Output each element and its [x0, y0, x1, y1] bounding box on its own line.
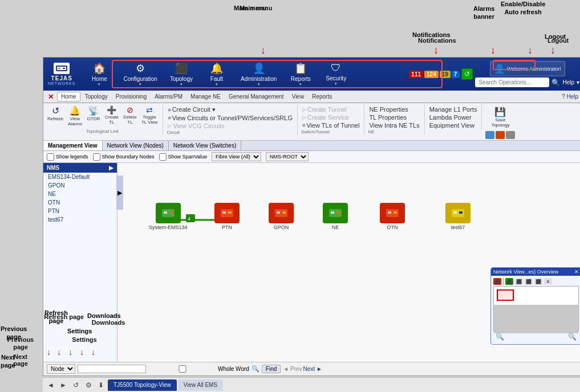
ems134-icon [156, 203, 181, 223]
overview-gray-area [494, 305, 578, 333]
test67-label: test67 [451, 224, 465, 230]
browser-tab-tj5500[interactable]: TJ5500 Topology-View [108, 379, 177, 391]
view-intra-ne-btn[interactable]: View Intra NE TLs [368, 121, 420, 129]
show-boundary-check[interactable] [93, 153, 100, 161]
sidebar-item-gpon[interactable]: GPON [43, 181, 117, 190]
equipment-view-btn[interactable]: Equipment View [428, 121, 478, 129]
sidebar-item-ne[interactable]: NE [43, 190, 117, 198]
next-button[interactable]: Next ► [303, 366, 322, 372]
browser-refresh-button[interactable]: ↺ [70, 380, 82, 390]
sidebar-item-otn[interactable]: OTN [43, 198, 117, 207]
nav-config-label: Configuration [123, 76, 157, 82]
delete-tl-button[interactable]: ⊘ DeleteTL [121, 104, 139, 128]
nav-topology[interactable]: ⬛ Topology ▾ [164, 60, 198, 89]
create-circuit-btn[interactable]: ≡ Create Circuit ▾ [167, 105, 294, 114]
svg-rect-10 [169, 211, 173, 214]
close-icon[interactable]: ✕ [46, 93, 56, 101]
node-ptn[interactable]: PTN [214, 203, 240, 230]
node-ne[interactable]: NE [323, 203, 348, 230]
extra-icon-2[interactable] [496, 131, 505, 139]
browser-back-button[interactable]: ◄ [45, 380, 56, 390]
browser-tab-viewall[interactable]: View All EMS [178, 379, 223, 391]
show-span-label[interactable]: Show SpanValue [159, 153, 207, 161]
second-bar-view[interactable]: View [289, 92, 308, 101]
show-legends-check[interactable] [47, 153, 54, 161]
toggle-tl-button[interactable]: ⇄ ToggleTL View [140, 104, 159, 128]
filter-bar: Show legends Show Boundary Nodes Show Sp… [43, 151, 580, 163]
lambda-power-btn[interactable]: Lambda Power [428, 113, 478, 121]
browser-settings-button[interactable]: ⚙ [83, 380, 94, 390]
nav-administration[interactable]: 👤 Administration ▾ [235, 60, 282, 89]
bottom-select[interactable]: Node [47, 364, 75, 374]
fibre-view-select[interactable]: Fibre View (All) [212, 152, 261, 161]
ems134-label: System-EMS134 [149, 224, 188, 230]
show-boundary-label[interactable]: Show Boundary Nodes [93, 153, 155, 161]
manage-l1-btn[interactable]: Manage L1 Ports [428, 105, 478, 113]
home-icon: 🏠 [93, 62, 106, 75]
sidebar-item-test67[interactable]: test67 [43, 215, 117, 224]
help-button[interactable]: Help [562, 79, 574, 85]
nav-fault[interactable]: 🔔 Fault ▾ [200, 60, 234, 89]
extra-icon-1[interactable] [485, 131, 494, 139]
welcome-button[interactable]: 👤 Welcome Administrator! [490, 61, 565, 76]
nav-reports[interactable]: 📋 Reports ▾ [283, 60, 318, 89]
show-legends-label[interactable]: Show legends [47, 153, 88, 161]
node-system-ems134[interactable]: System-EMS134 [149, 203, 188, 230]
second-bar-provisioning[interactable]: Provisioning [112, 92, 150, 101]
sidebar-expander[interactable]: ▶ [116, 175, 123, 210]
extra-icon-3[interactable] [506, 131, 515, 139]
nav-home[interactable]: 🏠 Home ▾ [82, 60, 116, 89]
ne-properties-btn[interactable]: NE Properties [368, 105, 420, 113]
view-circuits-btn[interactable]: ≡ View Circuits or Tunnel/PW/Services/SR… [167, 114, 294, 122]
otdr-button[interactable]: 📡 OTDR [85, 104, 102, 128]
find-button[interactable]: Find [262, 365, 281, 373]
node-gpon[interactable]: GPON [269, 203, 294, 230]
auto-refresh-button[interactable]: ↺ [461, 68, 473, 80]
second-bar-topology[interactable]: Topology [82, 92, 111, 101]
nav-configuration[interactable]: ⚙ Configuration ▾ [117, 60, 163, 89]
bottom-search-input[interactable] [78, 365, 146, 373]
zoom-in-button[interactable]: 🔍 [496, 333, 504, 341]
create-tl-button[interactable]: ➕ CreateTL [103, 104, 120, 128]
view-alarms-button[interactable]: 🔔 ViewAlarms [66, 104, 84, 128]
show-boundary-text: Show Boundary Nodes [102, 154, 155, 160]
tab-management-view[interactable]: Management View [43, 141, 103, 150]
second-bar-alarms[interactable]: Alarms/PM [151, 92, 186, 101]
sidebar-collapse-icon[interactable]: ▶ [109, 165, 113, 171]
tl-properties-btn[interactable]: TL Properties [368, 113, 420, 121]
create-service-btn[interactable]: ▷ Create Service [301, 113, 360, 121]
tab-network-nodes[interactable]: Network View (Nodes) [103, 141, 169, 150]
nms-root-select[interactable]: NMS-ROOT [266, 152, 309, 161]
refresh-button[interactable]: ↺ Refresh [46, 104, 65, 128]
second-bar-reports[interactable]: Reports [309, 92, 335, 101]
view-tls-btn[interactable]: ≡ View TLs of Tunnel [301, 121, 360, 129]
second-bar-home[interactable]: Home [57, 92, 80, 101]
save-topology-button[interactable]: 💾 SaveTopology [489, 105, 511, 129]
ne-properties-label: NE Properties [369, 106, 408, 113]
node-otn[interactable]: OTN [380, 203, 405, 230]
second-bar-managene[interactable]: Manage NE [187, 92, 224, 101]
zoom-out-button[interactable]: 🔍 [568, 333, 577, 341]
ov-light-icon2: ⬛ [525, 278, 533, 285]
search-input[interactable] [475, 77, 549, 87]
view-vcg-btn[interactable]: ▷ View VCG Circuits [167, 122, 294, 130]
sidebar-item-ems134[interactable]: EMS134-Default [43, 173, 117, 181]
svg-rect-30 [459, 211, 463, 214]
show-span-check[interactable] [159, 153, 167, 161]
overview-close-button[interactable]: ✕ [574, 269, 579, 275]
second-bar-general[interactable]: General Management [225, 92, 287, 101]
main-content: NMS ▶ EMS134-Default GPON NE OTN PTN tes… [43, 163, 580, 362]
svg-rect-25 [388, 211, 391, 214]
topology-icon: ⬛ [175, 62, 188, 75]
create-tunnel-btn[interactable]: ▷ Create Tunnel [301, 105, 360, 113]
whole-word-label[interactable]: Whole Word [148, 365, 249, 373]
whole-word-check[interactable] [148, 365, 217, 373]
prev-button[interactable]: ◄ Prev [283, 366, 302, 372]
browser-downloads-button[interactable]: ⬇ [95, 380, 107, 390]
tab-network-switches[interactable]: Network View (Switches) [169, 141, 241, 150]
nav-security[interactable]: 🛡 Security ▾ [319, 60, 353, 88]
sidebar-item-ptn[interactable]: PTN [43, 207, 117, 215]
help-link[interactable]: ? Help [558, 92, 580, 101]
node-test67[interactable]: test67 [445, 203, 471, 230]
browser-forward-button[interactable]: ► [58, 380, 69, 390]
